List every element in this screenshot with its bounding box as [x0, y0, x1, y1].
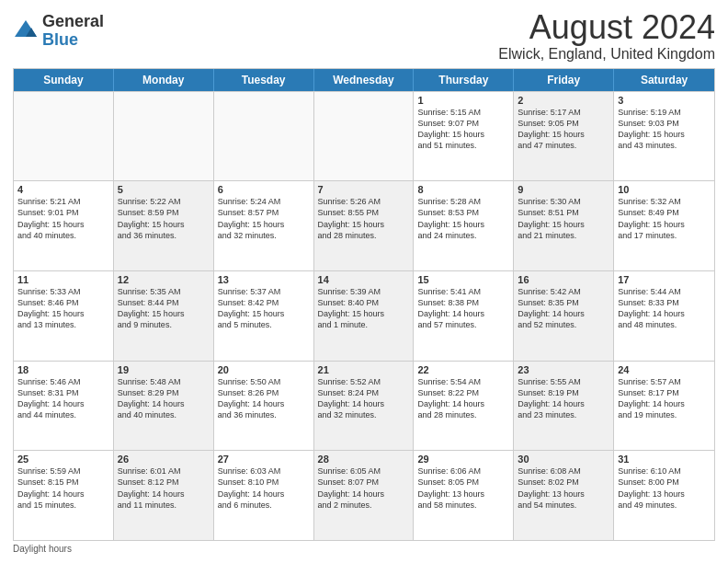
day-info: Sunrise: 5:24 AM Sunset: 8:57 PM Dayligh…: [218, 196, 310, 241]
day-cell-9: 9Sunrise: 5:30 AM Sunset: 8:51 PM Daylig…: [514, 181, 614, 270]
day-cell-10: 10Sunrise: 5:32 AM Sunset: 8:49 PM Dayli…: [614, 181, 714, 270]
day-cell-1: 1Sunrise: 5:15 AM Sunset: 9:07 PM Daylig…: [414, 92, 514, 181]
day-number: 28: [318, 454, 410, 465]
day-number: 29: [417, 454, 509, 465]
day-info: Sunrise: 5:39 AM Sunset: 8:40 PM Dayligh…: [318, 286, 410, 331]
day-cell-30: 30Sunrise: 6:08 AM Sunset: 8:02 PM Dayli…: [514, 451, 614, 540]
day-number: 24: [618, 364, 711, 375]
day-cell-5: 5Sunrise: 5:22 AM Sunset: 8:59 PM Daylig…: [114, 181, 214, 270]
logo-area: General Blue: [13, 9, 104, 50]
day-number: 6: [218, 184, 310, 195]
day-number: 13: [218, 274, 310, 285]
day-cell-20: 20Sunrise: 5:50 AM Sunset: 8:26 PM Dayli…: [214, 362, 314, 451]
logo-text: General Blue: [42, 13, 104, 50]
day-cell-21: 21Sunrise: 5:52 AM Sunset: 8:24 PM Dayli…: [314, 362, 415, 451]
day-info: Sunrise: 5:33 AM Sunset: 8:46 PM Dayligh…: [17, 286, 109, 331]
day-cell-6: 6Sunrise: 5:24 AM Sunset: 8:57 PM Daylig…: [214, 181, 314, 270]
day-number: 16: [518, 274, 609, 285]
day-info: Sunrise: 5:48 AM Sunset: 8:29 PM Dayligh…: [118, 376, 210, 421]
day-number: 2: [518, 95, 609, 106]
day-cell-17: 17Sunrise: 5:44 AM Sunset: 8:33 PM Dayli…: [614, 271, 714, 361]
day-info: Sunrise: 6:08 AM Sunset: 8:02 PM Dayligh…: [518, 465, 609, 511]
day-info: Sunrise: 5:57 AM Sunset: 8:17 PM Dayligh…: [618, 376, 711, 421]
calendar-row-2: 11Sunrise: 5:33 AM Sunset: 8:46 PM Dayli…: [14, 270, 714, 361]
day-number: 11: [17, 274, 109, 285]
day-info: Sunrise: 5:50 AM Sunset: 8:26 PM Dayligh…: [218, 376, 310, 421]
day-cell-27: 27Sunrise: 6:03 AM Sunset: 8:10 PM Dayli…: [214, 451, 314, 540]
day-number: 19: [118, 364, 210, 375]
day-info: Sunrise: 5:42 AM Sunset: 8:35 PM Dayligh…: [518, 286, 609, 331]
day-info: Sunrise: 6:10 AM Sunset: 8:00 PM Dayligh…: [618, 465, 711, 511]
day-number: 25: [17, 454, 109, 465]
day-cell-12: 12Sunrise: 5:35 AM Sunset: 8:44 PM Dayli…: [114, 271, 214, 361]
header-day-tuesday: Tuesday: [214, 69, 314, 91]
day-cell-25: 25Sunrise: 5:59 AM Sunset: 8:15 PM Dayli…: [14, 451, 114, 540]
day-cell-14: 14Sunrise: 5:39 AM Sunset: 8:40 PM Dayli…: [314, 271, 415, 361]
day-number: 21: [318, 364, 410, 375]
day-number: 26: [118, 454, 210, 465]
day-cell-8: 8Sunrise: 5:28 AM Sunset: 8:53 PM Daylig…: [414, 181, 514, 270]
day-info: Sunrise: 6:05 AM Sunset: 8:07 PM Dayligh…: [318, 465, 410, 511]
day-cell-7: 7Sunrise: 5:26 AM Sunset: 8:55 PM Daylig…: [314, 181, 415, 270]
header-day-thursday: Thursday: [414, 69, 514, 91]
day-number: 22: [417, 364, 509, 375]
day-cell-4: 4Sunrise: 5:21 AM Sunset: 9:01 PM Daylig…: [14, 181, 114, 270]
calendar-row-4: 25Sunrise: 5:59 AM Sunset: 8:15 PM Dayli…: [14, 450, 714, 540]
header: General Blue August 2024 Elwick, England…: [13, 9, 715, 63]
calendar-header: SundayMondayTuesdayWednesdayThursdayFrid…: [14, 69, 714, 91]
day-number: 18: [17, 364, 109, 375]
day-info: Sunrise: 5:44 AM Sunset: 8:33 PM Dayligh…: [618, 286, 711, 331]
day-cell-26: 26Sunrise: 6:01 AM Sunset: 8:12 PM Dayli…: [114, 451, 214, 540]
day-number: 12: [118, 274, 210, 285]
day-cell-13: 13Sunrise: 5:37 AM Sunset: 8:42 PM Dayli…: [214, 271, 314, 361]
header-day-saturday: Saturday: [614, 69, 714, 91]
day-number: 3: [618, 95, 711, 106]
day-info: Sunrise: 5:52 AM Sunset: 8:24 PM Dayligh…: [318, 376, 410, 421]
logo-blue: Blue: [42, 31, 104, 50]
day-number: 8: [417, 184, 509, 195]
calendar-row-0: 1Sunrise: 5:15 AM Sunset: 9:07 PM Daylig…: [14, 91, 714, 181]
calendar: SundayMondayTuesdayWednesdayThursdayFrid…: [13, 68, 715, 541]
header-day-monday: Monday: [114, 69, 214, 91]
day-info: Sunrise: 6:06 AM Sunset: 8:05 PM Dayligh…: [417, 465, 509, 511]
day-info: Sunrise: 5:59 AM Sunset: 8:15 PM Dayligh…: [17, 465, 109, 511]
day-number: 9: [518, 184, 609, 195]
empty-cell: [14, 92, 114, 181]
day-number: 23: [518, 364, 609, 375]
header-day-friday: Friday: [514, 69, 614, 91]
day-cell-28: 28Sunrise: 6:05 AM Sunset: 8:07 PM Dayli…: [314, 451, 415, 540]
calendar-row-3: 18Sunrise: 5:46 AM Sunset: 8:31 PM Dayli…: [14, 361, 714, 451]
day-info: Sunrise: 5:35 AM Sunset: 8:44 PM Dayligh…: [118, 286, 210, 331]
day-info: Sunrise: 5:21 AM Sunset: 9:01 PM Dayligh…: [17, 196, 109, 241]
day-number: 20: [218, 364, 310, 375]
day-info: Sunrise: 5:19 AM Sunset: 9:03 PM Dayligh…: [618, 107, 711, 152]
day-info: Sunrise: 5:32 AM Sunset: 8:49 PM Dayligh…: [618, 196, 711, 241]
calendar-row-1: 4Sunrise: 5:21 AM Sunset: 9:01 PM Daylig…: [14, 180, 714, 270]
day-number: 7: [318, 184, 410, 195]
day-cell-15: 15Sunrise: 5:41 AM Sunset: 8:38 PM Dayli…: [414, 271, 514, 361]
day-info: Sunrise: 5:46 AM Sunset: 8:31 PM Dayligh…: [17, 376, 109, 421]
day-cell-29: 29Sunrise: 6:06 AM Sunset: 8:05 PM Dayli…: [414, 451, 514, 540]
day-info: Sunrise: 5:54 AM Sunset: 8:22 PM Dayligh…: [417, 376, 509, 421]
location-title: Elwick, England, United Kingdom: [498, 46, 715, 63]
day-cell-19: 19Sunrise: 5:48 AM Sunset: 8:29 PM Dayli…: [114, 362, 214, 451]
day-cell-3: 3Sunrise: 5:19 AM Sunset: 9:03 PM Daylig…: [614, 92, 714, 181]
header-day-sunday: Sunday: [14, 69, 114, 91]
logo-general: General: [42, 13, 104, 31]
day-number: 17: [618, 274, 711, 285]
day-cell-16: 16Sunrise: 5:42 AM Sunset: 8:35 PM Dayli…: [514, 271, 614, 361]
day-info: Sunrise: 5:41 AM Sunset: 8:38 PM Dayligh…: [417, 286, 509, 331]
day-cell-11: 11Sunrise: 5:33 AM Sunset: 8:46 PM Dayli…: [14, 271, 114, 361]
day-number: 1: [417, 95, 509, 106]
logo-icon: [13, 18, 39, 44]
day-number: 31: [618, 454, 711, 465]
day-info: Sunrise: 5:37 AM Sunset: 8:42 PM Dayligh…: [218, 286, 310, 331]
empty-cell: [214, 92, 314, 181]
day-number: 30: [518, 454, 609, 465]
empty-cell: [314, 92, 415, 181]
day-number: 10: [618, 184, 711, 195]
title-area: August 2024 Elwick, England, United King…: [498, 9, 715, 63]
day-number: 27: [218, 454, 310, 465]
day-info: Sunrise: 5:30 AM Sunset: 8:51 PM Dayligh…: [518, 196, 609, 241]
day-info: Sunrise: 5:55 AM Sunset: 8:19 PM Dayligh…: [518, 376, 609, 421]
